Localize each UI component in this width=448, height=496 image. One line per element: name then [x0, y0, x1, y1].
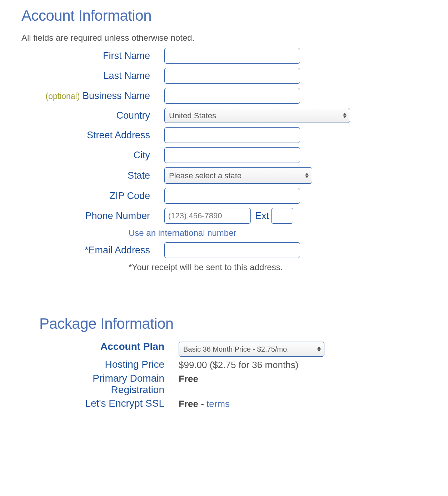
street-address-input[interactable] [164, 127, 300, 143]
city-label: City [21, 150, 164, 161]
email-address-input[interactable] [164, 242, 300, 258]
last-name-label: Last Name [21, 70, 164, 81]
business-name-label: (optional) Business Name [21, 90, 164, 101]
ssl-terms-link[interactable]: terms [206, 398, 230, 409]
email-address-label: *Email Address [21, 245, 164, 256]
zip-code-input[interactable] [164, 188, 300, 204]
primary-domain-label: Primary Domain Registration [39, 373, 179, 396]
street-address-label: Street Address [21, 130, 164, 141]
city-input[interactable] [164, 147, 300, 163]
international-number-link[interactable]: Use an international number [129, 228, 237, 238]
ssl-value: Free [179, 398, 198, 409]
hosting-price-value: $99.00 ($2.75 for 36 months) [179, 359, 298, 371]
phone-ext-input[interactable] [271, 208, 293, 224]
phone-ext-label: Ext [255, 210, 269, 222]
optional-prefix: (optional) [46, 91, 80, 101]
business-name-input[interactable] [164, 88, 300, 104]
ssl-dash: - [198, 398, 206, 409]
phone-number-label: Phone Number [21, 210, 164, 222]
primary-domain-value: Free [179, 373, 198, 384]
lets-encrypt-ssl-label: Let's Encrypt SSL [39, 398, 179, 409]
zip-code-label: ZIP Code [21, 190, 164, 202]
state-label: State [21, 170, 164, 181]
package-info-title: Package Information [39, 315, 427, 332]
country-select[interactable]: United States [164, 108, 350, 123]
hosting-price-label: Hosting Price [39, 359, 179, 370]
email-receipt-note: *Your receipt will be sent to this addre… [21, 262, 427, 272]
account-plan-label: Account Plan [39, 341, 179, 352]
phone-number-input[interactable] [164, 208, 251, 224]
first-name-label: First Name [21, 50, 164, 61]
account-plan-select[interactable]: Basic 36 Month Price - $2.75/mo. [179, 342, 324, 357]
country-label: Country [21, 110, 164, 121]
required-fields-note: All fields are required unless otherwise… [21, 33, 427, 43]
last-name-input[interactable] [164, 68, 300, 84]
account-info-title: Account Information [21, 7, 427, 24]
first-name-input[interactable] [164, 48, 300, 64]
state-select[interactable]: Please select a state [164, 167, 312, 184]
